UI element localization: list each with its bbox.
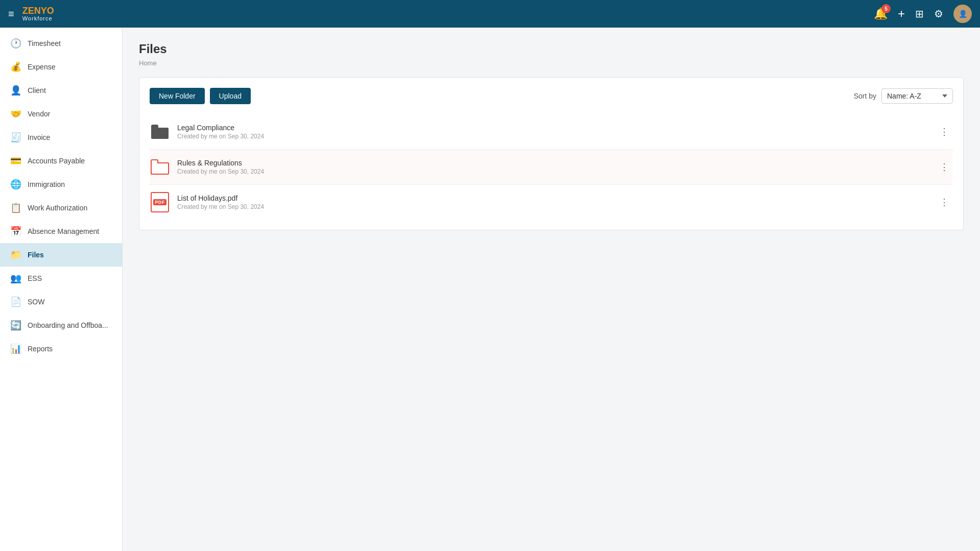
hamburger-icon[interactable]: ≡ [8,8,14,20]
sort-label: Sort by [854,92,876,100]
sidebar-item-expense[interactable]: 💰 Expense [0,55,122,79]
pdf-icon: PDF [150,192,170,212]
sidebar-item-reports[interactable]: 📊 Reports [0,337,122,361]
file-row-list-of-holidays[interactable]: PDF List of Holidays.pdf Created by me o… [150,185,953,220]
sidebar-icon-expense: 💰 [10,61,21,73]
sort-container: Sort by Name: A-ZName: Z-ADate: NewestDa… [854,88,953,104]
more-button-list-of-holidays[interactable]: ⋮ [936,195,953,210]
sidebar-icon-ess: 👥 [10,273,21,284]
new-folder-button[interactable]: New Folder [150,88,205,104]
folder-icon-red [150,157,170,177]
more-button-legal-compliance[interactable]: ⋮ [936,124,953,139]
sidebar-icon-vendor: 🤝 [10,108,21,119]
sidebar-label-accounts-payable: Accounts Payable [28,157,85,165]
sidebar-item-work-authorization[interactable]: 📋 Work Authorization [0,196,122,220]
sidebar-item-client[interactable]: 👤 Client [0,79,122,102]
upload-button[interactable]: Upload [210,88,251,104]
topnav-right: 🔔 5 + ⊞ ⚙ 👤 [874,5,972,23]
breadcrumb: Home [139,59,964,67]
sidebar-icon-onboarding: 🔄 [10,320,21,331]
sidebar-icon-reports: 📊 [10,343,21,354]
sidebar-label-onboarding: Onboarding and Offboa... [28,321,108,329]
topnav-left: ≡ ZENYO Workforce [8,6,54,21]
sidebar-item-accounts-payable[interactable]: 💳 Accounts Payable [0,149,122,173]
sidebar-icon-invoice: 🧾 [10,132,21,143]
sidebar-label-sow: SOW [28,298,44,306]
sidebar-label-vendor: Vendor [28,110,50,118]
sidebar-icon-sow: 📄 [10,296,21,307]
sidebar: 🕐 Timesheet 💰 Expense 👤 Client 🤝 Vendor … [0,28,123,551]
file-meta-legal-compliance: Created by me on Sep 30, 2024 [177,133,936,140]
sidebar-label-client: Client [28,86,46,94]
more-button-rules-regulations[interactable]: ⋮ [936,159,953,175]
sidebar-item-immigration[interactable]: 🌐 Immigration [0,173,122,196]
file-info-rules-regulations: Rules & Regulations Created by me on Sep… [177,159,936,175]
layout: 🕐 Timesheet 💰 Expense 👤 Client 🤝 Vendor … [0,28,980,551]
settings-icon[interactable]: ⚙ [934,8,943,20]
sidebar-item-vendor[interactable]: 🤝 Vendor [0,102,122,126]
file-row-rules-regulations[interactable]: Rules & Regulations Created by me on Sep… [150,150,953,185]
files-container: New Folder Upload Sort by Name: A-ZName:… [139,77,964,230]
sidebar-label-files: Files [28,251,44,259]
toolbar-left: New Folder Upload [150,88,251,104]
folder-icon-plain [150,122,170,142]
add-icon[interactable]: + [898,7,905,21]
file-list: Legal Compliance Created by me on Sep 30… [150,114,953,220]
logo-sub: Workforce [22,15,53,21]
avatar[interactable]: 👤 [953,5,972,23]
sidebar-icon-immigration: 🌐 [10,179,21,190]
sidebar-item-files[interactable]: 📁 Files [0,243,122,267]
sidebar-icon-absence-management: 📅 [10,226,21,237]
sidebar-label-absence-management: Absence Management [28,227,99,235]
sidebar-icon-accounts-payable: 💳 [10,155,21,166]
main-content: Files Home New Folder Upload Sort by Nam… [123,28,980,551]
sidebar-label-expense: Expense [28,63,55,71]
sidebar-item-timesheet[interactable]: 🕐 Timesheet [0,32,122,55]
sidebar-icon-work-authorization: 📋 [10,202,21,213]
sidebar-label-immigration: Immigration [28,180,65,188]
topnav: ≡ ZENYO Workforce 🔔 5 + ⊞ ⚙ 👤 [0,0,980,28]
sidebar-label-ess: ESS [28,274,42,282]
file-name-legal-compliance: Legal Compliance [177,124,936,132]
sidebar-icon-client: 👤 [10,85,21,96]
sidebar-item-onboarding[interactable]: 🔄 Onboarding and Offboa... [0,314,122,337]
page-title: Files [139,42,964,56]
notification-icon[interactable]: 🔔 5 [874,7,888,20]
sidebar-item-invoice[interactable]: 🧾 Invoice [0,126,122,149]
sidebar-item-ess[interactable]: 👥 ESS [0,267,122,290]
logo-text: ZENYO [22,6,54,15]
grid-icon[interactable]: ⊞ [915,8,924,20]
sidebar-label-invoice: Invoice [28,133,50,141]
sort-select[interactable]: Name: A-ZName: Z-ADate: NewestDate: Olde… [881,88,953,104]
file-info-list-of-holidays: List of Holidays.pdf Created by me on Se… [177,194,936,210]
sidebar-item-sow[interactable]: 📄 SOW [0,290,122,314]
sidebar-label-timesheet: Timesheet [28,39,61,47]
file-info-legal-compliance: Legal Compliance Created by me on Sep 30… [177,124,936,140]
file-meta-list-of-holidays: Created by me on Sep 30, 2024 [177,203,936,210]
file-meta-rules-regulations: Created by me on Sep 30, 2024 [177,168,936,175]
notification-badge: 5 [881,4,891,13]
file-name-rules-regulations: Rules & Regulations [177,159,936,167]
sidebar-icon-files: 📁 [10,249,21,260]
sidebar-label-work-authorization: Work Authorization [28,204,87,212]
sidebar-label-reports: Reports [28,345,53,353]
sidebar-icon-timesheet: 🕐 [10,38,21,49]
logo-container: ZENYO Workforce [22,6,54,21]
toolbar: New Folder Upload Sort by Name: A-ZName:… [150,88,953,104]
sidebar-item-absence-management[interactable]: 📅 Absence Management [0,220,122,243]
file-name-list-of-holidays: List of Holidays.pdf [177,194,936,202]
file-row-legal-compliance[interactable]: Legal Compliance Created by me on Sep 30… [150,114,953,150]
